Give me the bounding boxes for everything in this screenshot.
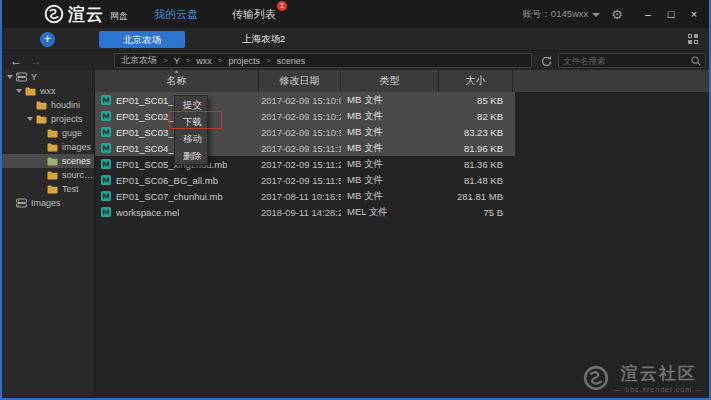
refresh-icon[interactable]	[540, 55, 553, 68]
file-size: 81.96 KB	[439, 143, 513, 154]
file-row[interactable]: EP01_SC07_chunhui.mb 2017-08-11 10:16:51…	[95, 188, 515, 204]
breadcrumb-segment[interactable]: > scenes	[266, 56, 305, 66]
main-nav-tabs: 我的云盘 传输列表 1	[154, 0, 276, 28]
sidebar-item-label: scenes	[62, 156, 91, 166]
breadcrumb-segment[interactable]: > Y	[163, 56, 180, 66]
tab-transfer-list[interactable]: 传输列表 1	[232, 7, 276, 22]
column-header-type[interactable]: 类型	[341, 70, 439, 92]
file-name: EP01_SC07_chunhui.mb	[116, 191, 223, 202]
add-disk-button[interactable]: +	[40, 32, 55, 47]
sidebar-tree-item[interactable]: Y	[2, 70, 94, 84]
file-type: MB 文件	[341, 142, 439, 155]
file-row[interactable]: workspace.mel 2018-09-11 14:28:26 MEL 文件…	[95, 204, 515, 220]
view-mode-grid-icon[interactable]	[688, 34, 698, 44]
file-size: 82 KB	[439, 111, 513, 122]
column-header-date[interactable]: 修改日期	[259, 70, 341, 92]
breadcrumb-segment[interactable]: > projects	[218, 56, 260, 66]
file-type: MB 文件	[341, 158, 439, 171]
chevron-expand-icon[interactable]	[15, 84, 25, 98]
sidebar-tree-item[interactable]: Images	[2, 196, 94, 210]
window-controls: – □ ×	[642, 0, 700, 28]
gear-icon[interactable]: ⚙	[611, 8, 623, 21]
close-button[interactable]: ×	[688, 0, 700, 28]
breadcrumb-segment[interactable]: > 北京农场	[121, 54, 157, 67]
file-name-cell: EP01_SC06_BG_all.mb	[95, 175, 259, 186]
breadcrumb[interactable]: > 北京农场 > Y > wxx > projects	[114, 53, 532, 68]
account-label: 账号：0145wxx	[522, 8, 588, 21]
app-subtitle: 网盘	[110, 10, 128, 23]
chevron-expand-icon[interactable]	[26, 112, 36, 126]
file-date: 2017-02-09 15:10:27	[259, 111, 341, 122]
file-size: 85 KB	[439, 95, 513, 106]
sidebar-tree-item[interactable]: guge	[2, 126, 94, 140]
file-row[interactable]: EP01_SC06_BG_all.mb 2017-02-09 15:11:50 …	[95, 172, 515, 188]
file-type: MB 文件	[341, 174, 439, 187]
maya-file-icon	[101, 127, 111, 137]
sidebar-item-label: Test	[62, 184, 79, 194]
folder-icon	[47, 129, 58, 138]
breadcrumb-segment-label[interactable]: wxx	[196, 56, 212, 66]
back-arrow-icon[interactable]: ←	[10, 55, 22, 67]
disk-tab-shanghai[interactable]: 上海农场2	[242, 33, 285, 46]
context-menu-item[interactable]: 删除	[175, 147, 207, 164]
breadcrumb-separator: >	[163, 56, 168, 65]
sidebar-tree-item[interactable]: source...	[2, 168, 94, 182]
file-row[interactable]: EP01_SC01_kaola 2017-02-09 15:10:06 MB 文…	[95, 92, 515, 108]
minimize-button[interactable]: –	[642, 0, 654, 28]
file-date: 2018-09-11 14:28:26	[259, 207, 341, 218]
breadcrumb-segment-label[interactable]: Y	[174, 56, 180, 66]
maya-file-icon	[101, 159, 111, 169]
sidebar-tree-item[interactable]: images	[2, 140, 94, 154]
sidebar-tree-item[interactable]: wxx	[2, 84, 94, 98]
breadcrumb-segment-label[interactable]: 北京农场	[121, 54, 157, 67]
xrender-logo-icon	[44, 4, 64, 24]
context-menu-item[interactable]: 移动	[175, 130, 207, 147]
community-watermark: 渲云社区 — bbs.xrender.com —	[583, 362, 703, 393]
breadcrumb-segment-label[interactable]: projects	[229, 56, 261, 66]
disk-tab-beijing[interactable]: 北京农场	[99, 31, 185, 48]
sidebar-item-label: source...	[62, 170, 94, 180]
column-header-type-label: 类型	[380, 74, 400, 88]
context-menu: 提交 下载 移动 删除	[174, 95, 208, 165]
forward-arrow-icon[interactable]: →	[30, 55, 42, 67]
file-type: MB 文件	[341, 190, 439, 203]
column-header-size[interactable]: 大小	[439, 70, 513, 92]
breadcrumb-separator: >	[218, 56, 223, 65]
disk-tab-bar: + 北京农场 上海农场2	[2, 28, 709, 50]
sidebar-tree-item[interactable]: Test	[2, 182, 94, 196]
search-input[interactable]	[559, 56, 690, 66]
file-date: 2017-02-09 15:10:50	[259, 127, 341, 138]
file-row[interactable]: EP01_SC03_tank 2017-02-09 15:10:50 MB 文件…	[95, 124, 515, 140]
maya-file-icon	[101, 191, 111, 201]
file-date: 2017-02-09 15:11:10	[259, 143, 341, 154]
search-icon[interactable]	[690, 55, 702, 67]
drive-icon	[16, 198, 27, 208]
titlebar-right-cluster: 账号：0145wxx ⚙ – □ ×	[522, 0, 704, 28]
sidebar-item-label: Images	[31, 198, 61, 208]
column-header-name[interactable]: ▲ 名称	[95, 70, 259, 92]
maya-file-icon	[101, 95, 111, 105]
sidebar-item-label: images	[62, 142, 91, 152]
file-row[interactable]: EP01_SC04_xia.m 2017-02-09 15:11:10 MB 文…	[95, 140, 515, 156]
watermark-title: 渲云社区	[621, 362, 697, 385]
file-row[interactable]: EP01_SC02_quan 2017-02-09 15:10:27 MB 文件…	[95, 108, 515, 124]
folder-icon	[47, 171, 58, 180]
sidebar-tree-item[interactable]: houdini	[2, 98, 94, 112]
title-bar: 渲云 网盘 我的云盘 传输列表 1 账号：0145wxx ⚙ – □ ×	[2, 0, 709, 28]
file-date: 2017-02-09 15:11:29	[259, 159, 341, 170]
file-date: 2017-02-09 15:11:50	[259, 175, 341, 186]
sidebar-tree-item[interactable]: projects	[2, 112, 94, 126]
folder-icon	[47, 143, 58, 152]
file-name-cell: EP01_SC07_chunhui.mb	[95, 191, 259, 202]
xrender-community-logo-icon	[583, 365, 609, 391]
breadcrumb-segment-label[interactable]: scenes	[277, 56, 306, 66]
sidebar-tree-item[interactable]: scenes	[2, 154, 94, 168]
maya-file-icon	[101, 111, 111, 121]
maximize-button[interactable]: □	[665, 0, 677, 28]
account-dropdown[interactable]: 账号：0145wxx	[522, 8, 600, 21]
breadcrumb-segment[interactable]: > wxx	[186, 56, 212, 66]
folder-icon	[36, 101, 47, 110]
tab-my-cloud-disk[interactable]: 我的云盘	[154, 7, 198, 22]
file-row[interactable]: EP01_SC05_xingzhou.mb 2017-02-09 15:11:2…	[95, 156, 515, 172]
chevron-expand-icon[interactable]	[6, 70, 16, 84]
